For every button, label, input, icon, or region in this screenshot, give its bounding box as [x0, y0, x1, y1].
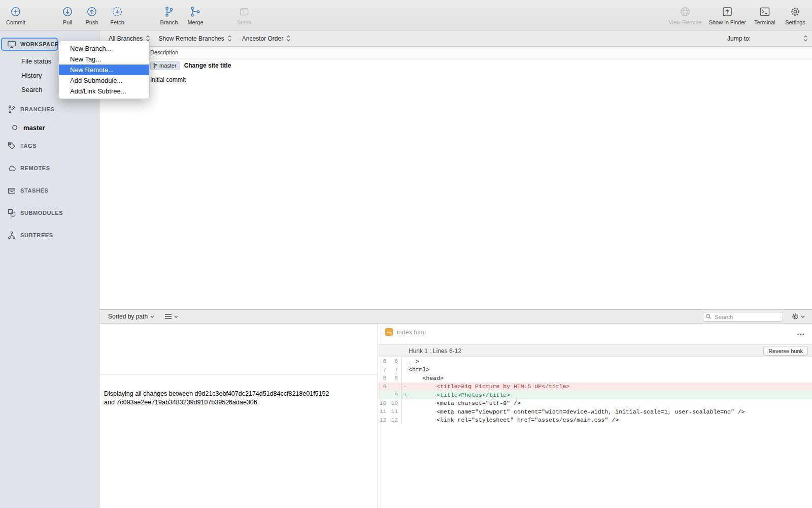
diff-code: <title>Big Picture by HTML5 UP</title> — [409, 383, 569, 390]
pull-label: Pull — [63, 19, 72, 25]
order-dropdown[interactable]: Ancestor Order — [242, 35, 291, 42]
diff-file-name: index.html — [397, 329, 426, 336]
settings-button[interactable]: Settings — [784, 5, 807, 25]
list-icon — [164, 313, 172, 320]
branches-icon — [7, 105, 16, 114]
fetch-button[interactable]: Fetch — [106, 5, 129, 25]
finder-icon — [721, 5, 733, 18]
remote-branches-dropdown[interactable]: Show Remote Branches — [158, 35, 231, 42]
sidebar-item-master[interactable]: master — [0, 120, 99, 135]
search-label: Search — [21, 86, 42, 93]
jump-to-label: Jump to: — [727, 35, 751, 42]
commit-graph: Description master Change site title Ini… — [99, 47, 812, 309]
diff-code: <link rel="stylesheet" href="assets/css/… — [409, 417, 619, 423]
old-line-number: 12 — [378, 417, 386, 423]
chevron-down-icon — [174, 315, 178, 318]
sidebar-item-workspace[interactable]: WORKSPACE — [1, 38, 58, 51]
new-line-number: 9 — [386, 392, 398, 398]
diff-file-header: index.html ... — [378, 324, 812, 340]
terminal-button[interactable]: Terminal — [753, 5, 776, 25]
commit-message: Change site title — [184, 62, 231, 69]
gear-icon — [789, 5, 801, 18]
commit-button[interactable]: Commit — [4, 5, 27, 25]
diff-line[interactable]: 88 <head> — [378, 374, 812, 383]
stash-button: Stash — [232, 5, 256, 25]
view-options-dropdown[interactable] — [164, 313, 178, 320]
workspace-context-menu: New Branch... New Tag... New Remote... A… — [58, 41, 150, 99]
diff-gutter: 9 — [378, 391, 402, 399]
pull-button[interactable]: Pull — [56, 5, 79, 25]
diff-options-dropdown[interactable] — [791, 312, 805, 321]
view-remote-label: View Remote — [668, 19, 701, 25]
diff-gutter: 77 — [378, 366, 402, 374]
tags-label: TAGS — [20, 143, 37, 149]
merge-button[interactable]: Merge — [184, 5, 207, 25]
merge-icon — [189, 5, 201, 18]
diff-line[interactable]: 77 <html> — [378, 366, 812, 374]
branch-icon — [163, 5, 175, 18]
tags-header[interactable]: TAGS — [0, 139, 99, 152]
submodules-header[interactable]: SUBMODULES — [0, 206, 99, 219]
pull-icon — [61, 5, 74, 18]
search-input[interactable] — [703, 312, 783, 322]
remotes-header[interactable]: REMOTES — [0, 162, 99, 175]
settings-label: Settings — [785, 19, 805, 25]
sidebar-section-tags: TAGS — [0, 139, 99, 152]
diff-line[interactable]: 1212 <link rel="stylesheet" href="assets… — [378, 416, 812, 425]
diff-hunk: Hunk 1 : Lines 6-12 Reverse hunk 66 --> … — [378, 344, 812, 424]
workspace-label: WORKSPACE — [20, 41, 59, 47]
push-icon — [86, 5, 98, 18]
jump-to-stepper[interactable] — [803, 35, 808, 42]
old-line-number: 6 — [378, 358, 386, 364]
stashes-label: STASHES — [20, 187, 48, 194]
diff-line-removed[interactable]: 9 - <title>Big Picture by HTML5 UP</titl… — [378, 383, 812, 391]
detail-panels: Displaying all changes between d9d21c3eb… — [99, 324, 812, 508]
file-list[interactable] — [99, 324, 378, 374]
menu-item-add-link-subtree[interactable]: Add/Link Subtree... — [59, 86, 149, 97]
diff-code: <head> — [409, 375, 444, 382]
diff-sign: - — [402, 383, 409, 390]
branches-label: BRANCHES — [20, 106, 54, 112]
branch-label: Branch — [160, 19, 178, 25]
commit-dot-icon — [10, 124, 19, 131]
diff-code: <title>Photos</title> — [409, 392, 510, 398]
show-in-finder-button[interactable]: Show in Finder — [709, 5, 746, 25]
diff-line[interactable]: 66 --> — [378, 357, 812, 366]
menu-item-new-remote[interactable]: New Remote... — [59, 65, 149, 75]
subtrees-header[interactable]: SUBTREES — [0, 229, 99, 242]
range-info: Displaying all changes between d9d21c3eb… — [99, 374, 374, 407]
submodules-label: SUBMODULES — [20, 210, 63, 216]
branch-button[interactable]: Branch — [157, 5, 181, 25]
file-list-panel: Displaying all changes between d9d21c3eb… — [99, 324, 378, 508]
diff-line[interactable]: 1010 <meta charset="utf-8" /> — [378, 399, 812, 408]
diff-gutter: 1010 — [378, 399, 402, 408]
search-icon — [705, 313, 712, 320]
more-options-button[interactable]: ... — [797, 330, 805, 335]
diff-line[interactable]: 1111 <meta name="viewport" content="widt… — [378, 407, 812, 416]
graph-column-header: Description — [99, 47, 812, 58]
commit-message: Initial commit — [150, 76, 186, 83]
menu-item-new-tag[interactable]: New Tag... — [59, 54, 149, 65]
sidebar-section-stashes: STASHES — [0, 184, 99, 197]
diff-code: <meta charset="utf-8" /> — [409, 400, 521, 406]
sort-dropdown[interactable]: Sorted by path — [108, 313, 154, 320]
commit-row[interactable]: Initial commit — [99, 73, 812, 87]
main-toolbar: Commit Pull Push Fetch Branch — [0, 0, 812, 30]
gear-icon — [791, 312, 799, 321]
reverse-hunk-button[interactable]: Reverse hunk — [763, 346, 808, 356]
menu-item-new-branch[interactable]: New Branch... — [59, 43, 149, 54]
commit-row[interactable]: master Change site title — [99, 58, 812, 73]
stashes-header[interactable]: STASHES — [0, 184, 99, 197]
globe-icon — [679, 5, 691, 18]
new-line-number: 12 — [386, 417, 398, 423]
range-info-line1: Displaying all changes between d9d21c3eb… — [104, 390, 368, 398]
diff-line-added[interactable]: 9 + <title>Photos</title> — [378, 391, 812, 399]
push-button[interactable]: Push — [80, 5, 104, 25]
app-window: Commit Pull Push Fetch Branch — [0, 0, 812, 508]
commit-label: Commit — [6, 19, 25, 25]
show-in-finder-label: Show in Finder — [709, 19, 746, 25]
menu-item-add-submodule[interactable]: Add Submodule... — [59, 75, 149, 86]
stepper-icon — [227, 35, 232, 42]
old-line-number: 9 — [378, 384, 386, 390]
branches-header[interactable]: BRANCHES — [0, 103, 99, 116]
